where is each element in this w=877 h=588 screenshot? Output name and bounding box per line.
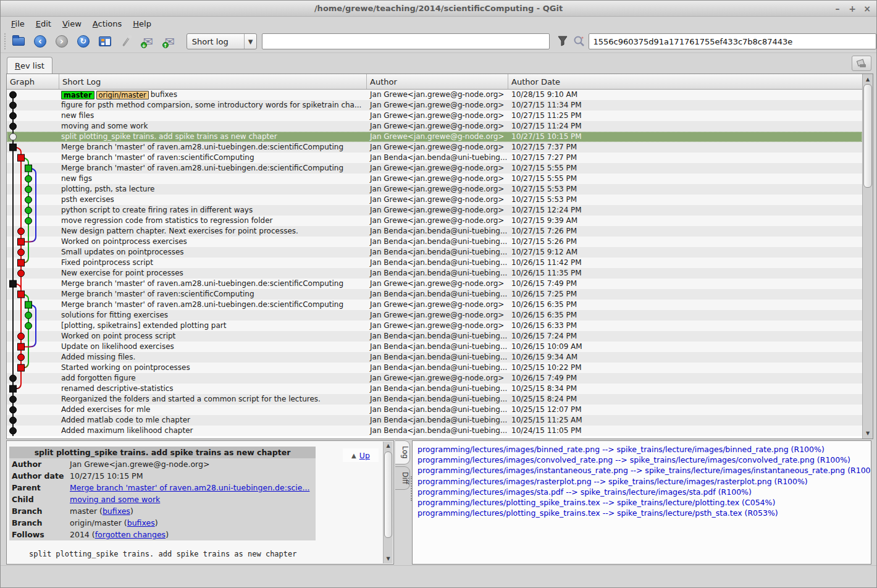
table-row[interactable]: Merge branch 'master' of raven:scientifi… [7,153,862,163]
detail-link[interactable]: forgotten changes [95,530,166,539]
short-log-cell: masterorigin/masterbufixes [59,90,367,100]
column-header-author[interactable]: Author [367,74,508,89]
minimize-icon[interactable]: – [833,4,842,14]
short-log-cell: Added missing files. [59,352,367,363]
author-cell: Jan Benda<jan.benda@uni-tuebing... [367,415,508,426]
forward-icon[interactable]: › [54,33,70,49]
file-rename-item[interactable]: programming/lectures/plotting_spike_trai… [418,508,871,518]
table-row[interactable]: Merge branch 'master' of raven:scientifi… [7,289,862,300]
short-log-cell: moving and some work [59,121,367,132]
table-row[interactable]: Small updates on pointprocessesJan Benda… [7,247,862,258]
column-header-short-log[interactable]: Short Log [59,74,367,89]
table-row[interactable]: add forgotten figureJan Grewe<jan.grewe@… [7,373,862,384]
author-cell: Jan Grewe<jan.grewe@g-node.org> [367,373,508,384]
table-row[interactable]: masterorigin/masterbufixesJan Grewe<jan.… [7,90,862,100]
author-cell: Jan Grewe<jan.grewe@g-node.org> [367,100,508,111]
tab-corner-button[interactable] [852,56,871,71]
table-row[interactable]: New exercise for point processesJan Bend… [7,268,862,279]
table-row[interactable]: Merge branch 'master' of raven.am28.uni-… [7,142,862,153]
table-row[interactable]: Worked on pointprocess exercisesJan Bend… [7,237,862,247]
table-row[interactable]: Added exercises for mleJan Benda<jan.ben… [7,405,862,415]
file-rename-item[interactable]: programming/lectures/images/convolved_ra… [418,455,871,465]
table-row[interactable]: solutions for fitting exercisesJan Grewe… [7,310,862,321]
table-row[interactable]: new figsJan Grewe<jan.grewe@g-node.org>1… [7,174,862,184]
title-bar[interactable]: /home/grewe/teaching/2014/scientificComp… [1,1,876,17]
maximize-icon[interactable]: + [848,4,857,14]
refresh-icon[interactable]: ↻ [75,33,91,49]
table-row[interactable]: Update on likelihood exercisesJan Benda<… [7,342,862,352]
scroll-thumb[interactable] [384,452,392,538]
filter-icon[interactable] [556,34,570,49]
open-repository-icon[interactable] [10,33,27,49]
side-tab-diff[interactable]: Diff [395,466,410,490]
search-input[interactable] [262,33,550,49]
wand-icon[interactable] [119,33,135,49]
date-cell: 10/27/15 11:34 PM [508,100,862,111]
graph-cell [7,237,59,247]
toolbar-handle[interactable] [4,33,8,49]
table-row[interactable]: Worked on point process scriptJan Benda<… [7,331,862,342]
view-mode-select[interactable]: Short log ▼ [187,33,257,49]
detail-link[interactable]: bufixes [103,506,130,516]
side-tab-log[interactable]: Log [395,440,410,464]
file-rename-item[interactable]: programming/lectures/images/instantaneou… [418,465,871,476]
column-header-author-date[interactable]: Author Date [508,74,862,89]
sha-input[interactable] [589,33,876,49]
column-header-graph[interactable]: Graph [7,74,59,89]
scroll-up-icon[interactable]: ▲ [384,442,393,450]
rev-list-scrollbar[interactable]: ▲ ▼ [862,74,873,439]
format-patch-icon[interactable]: ✉↑ [162,33,178,49]
file-rename-item[interactable]: programming/lectures/images/rasterplot.p… [418,476,871,487]
table-row[interactable]: split plotting_spike trains. add spike t… [7,132,862,142]
author-cell: Jan Benda<jan.benda@uni-tuebing... [367,384,508,394]
table-row[interactable]: Reorganized the folders and started a co… [7,394,862,405]
detail-link[interactable]: bufixes [127,518,155,527]
table-row[interactable]: figure for psth method comparsion, some … [7,100,862,111]
graph-cell [7,384,59,394]
table-row[interactable]: Added maximum likelihood chapterJan Bend… [7,426,862,436]
date-cell: 10/26/15 11:42 PM [508,258,862,268]
file-rename-item[interactable]: programming/lectures/plotting_spike_trai… [418,497,871,508]
table-row[interactable]: Fixed pointprocess scriptJan Benda<jan.b… [7,258,862,268]
table-row[interactable]: Added missing files.Jan Benda<jan.benda@… [7,352,862,363]
detail-link[interactable]: Merge branch 'master' of raven.am28.uni-… [70,483,309,492]
table-row[interactable]: Started working on pointprocessesJan Ben… [7,363,862,373]
table-row[interactable]: [plotting, spiketrains] extended plottin… [7,321,862,331]
table-row[interactable]: Merge branch 'master' of raven.am28.uni-… [7,279,862,289]
table-row[interactable]: python script to create firing rates in … [7,205,862,216]
menu-help[interactable]: Help [127,18,157,30]
file-rename-item[interactable]: programming/lectures/images/sta.pdf --> … [418,487,871,497]
menu-view[interactable]: View [57,18,87,30]
detail-link[interactable]: moving and some work [70,495,160,504]
menu-actions[interactable]: Actions [87,18,128,30]
detail-scrollbar[interactable]: ▲ ▼ [383,442,393,563]
table-row[interactable]: plotting, psth, sta lectureJan Grewe<jan… [7,184,862,195]
menu-file[interactable]: File [6,18,30,30]
view-toggle-icon[interactable] [97,33,113,49]
back-icon[interactable]: ‹ [32,33,48,49]
up-link[interactable]: Up [359,451,370,460]
scroll-thumb[interactable] [863,84,872,188]
tab-rev-list[interactable]: Rev list [7,57,52,74]
table-row[interactable]: Merge branch 'master' of raven.am28.uni-… [7,300,862,310]
table-row[interactable]: new filesJan Grewe<jan.grewe@g-node.org>… [7,111,862,121]
short-log-cell: add forgotten figure [59,373,367,384]
close-icon[interactable]: × [863,4,871,14]
table-row[interactable]: psth exercisesJan Grewe<jan.grewe@g-node… [7,195,862,205]
date-cell: 10/26/15 11:35 PM [508,268,862,279]
table-row[interactable]: New design pattern chapter. Next exercis… [7,226,862,237]
table-row[interactable]: Merge branch 'master' of raven.am28.uni-… [7,163,862,174]
graph-cell [7,289,59,300]
table-row[interactable]: moving and some workJan Grewe<jan.grewe@… [7,121,862,132]
up-button[interactable]: ▲ Up [343,448,379,462]
scroll-up-icon[interactable]: ▲ [863,75,873,84]
menu-edit[interactable]: Edit [30,18,57,30]
table-row[interactable]: renamed descriptive-statisticsJan Benda<… [7,384,862,394]
scroll-down-icon[interactable]: ▼ [384,555,393,563]
highlight-search-icon[interactable] [573,34,587,49]
table-row[interactable]: Added matlab code to mle chapterJan Bend… [7,415,862,426]
scroll-down-icon[interactable]: ▼ [863,429,873,438]
table-row[interactable]: move regression code from statistics to … [7,216,862,226]
apply-patch-icon[interactable]: ✉+ [140,33,156,49]
file-rename-item[interactable]: programming/lectures/images/binned_rate.… [418,444,871,455]
